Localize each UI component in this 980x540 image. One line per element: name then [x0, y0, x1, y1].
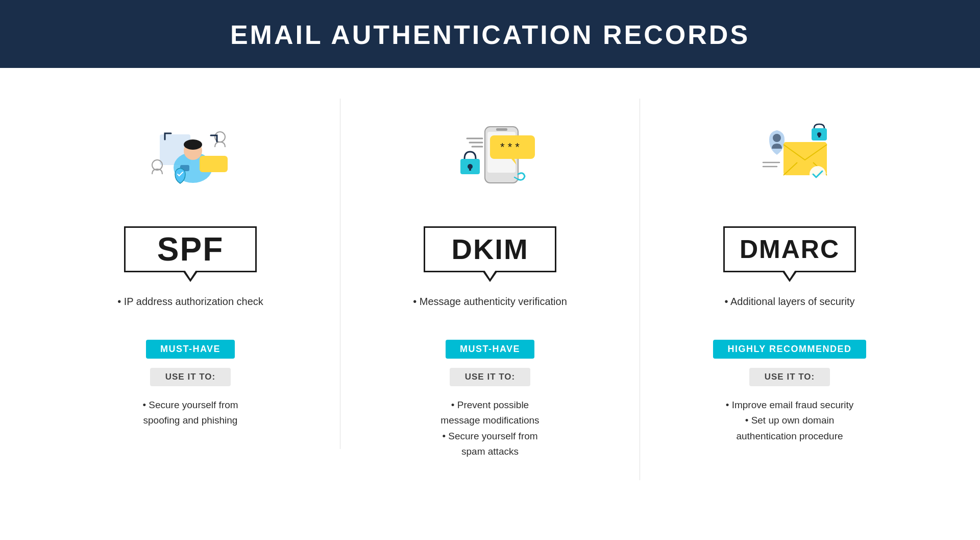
spf-label: SPF — [157, 233, 224, 266]
dmarc-use-item-1: Improve email fraud security — [726, 397, 854, 413]
dkim-speech-bubble: DKIM — [424, 226, 556, 272]
dkim-use-list: Prevent possiblemessage modifications Se… — [440, 397, 539, 460]
dkim-use-item-2: Secure yourself fromspam attacks — [440, 429, 539, 460]
dkim-badge: MUST-HAVE — [446, 340, 534, 359]
spf-description-list: IP address authorization check — [117, 293, 263, 328]
svg-rect-23 — [818, 134, 820, 137]
svg-point-24 — [810, 166, 826, 182]
dmarc-label: DMARC — [740, 237, 840, 262]
spf-speech-bubble: SPF — [124, 226, 257, 272]
svg-text:* * *: * * * — [500, 140, 520, 153]
dkim-use-item-1: Prevent possiblemessage modifications — [440, 397, 539, 429]
dmarc-description-item: Additional layers of security — [725, 293, 855, 310]
dmarc-use-item-2: Set up own domainauthentication procedur… — [726, 413, 854, 444]
spf-description-item: IP address authorization check — [117, 293, 263, 310]
spf-badge: MUST-HAVE — [146, 340, 235, 359]
svg-rect-10 — [496, 128, 507, 131]
svg-rect-4 — [200, 156, 228, 172]
spf-label-container: SPF — [119, 221, 262, 277]
dmarc-description-list: Additional layers of security — [725, 293, 855, 328]
dkim-label-container: DKIM — [419, 221, 561, 277]
dmarc-card: DMARC Additional layers of security HIGH… — [640, 99, 939, 464]
svg-point-3 — [184, 139, 202, 150]
spf-illustration — [134, 109, 247, 206]
svg-point-19 — [773, 134, 781, 142]
spf-use-list: Secure yourself fromspoofing and phishin… — [142, 397, 238, 429]
dkim-bubble-accent — [424, 264, 470, 275]
dkim-label: DKIM — [451, 235, 528, 264]
dmarc-bubble-accent — [723, 264, 769, 275]
page-title: EMAIL AUTHENTICATION RECORDS — [0, 19, 980, 50]
spf-use-item-1: Secure yourself fromspoofing and phishin… — [142, 397, 238, 429]
dkim-card: * * * DKIM Message authent — [340, 99, 640, 480]
main-content: SPF IP address authorization check MUST-… — [0, 68, 980, 511]
page-header: EMAIL AUTHENTICATION RECORDS — [0, 0, 980, 68]
dmarc-use-list: Improve email fraud security Set up own … — [726, 397, 854, 444]
dmarc-speech-bubble: DMARC — [723, 226, 856, 272]
spf-use-it-to: USE IT TO: — [150, 368, 231, 386]
dmarc-illustration — [733, 109, 846, 206]
dkim-illustration: * * * — [434, 109, 546, 206]
dmarc-use-it-to: USE IT TO: — [749, 368, 830, 386]
dkim-description-item: Message authenticity verification — [413, 293, 567, 310]
dkim-use-it-to: USE IT TO: — [450, 368, 530, 386]
dkim-description-list: Message authenticity verification — [413, 293, 567, 328]
dmarc-badge: HIGHLY RECOMMENDED — [713, 340, 866, 359]
spf-card: SPF IP address authorization check MUST-… — [41, 99, 340, 449]
svg-rect-15 — [469, 167, 471, 171]
dmarc-label-container: DMARC — [718, 221, 861, 277]
